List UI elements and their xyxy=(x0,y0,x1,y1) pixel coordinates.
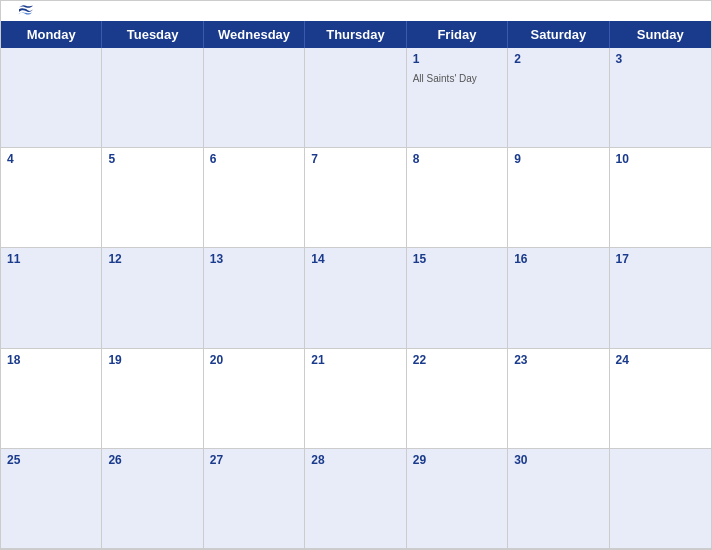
cell-date-number: 10 xyxy=(616,152,705,166)
day-header-saturday: Saturday xyxy=(508,21,609,48)
cell-date-number: 17 xyxy=(616,252,705,266)
calendar-header xyxy=(1,1,711,21)
days-header: Monday Tuesday Wednesday Thursday Friday… xyxy=(1,21,711,48)
cell-date-number: 8 xyxy=(413,152,501,166)
cell-date-number: 23 xyxy=(514,353,602,367)
calendar-cell: 8 xyxy=(407,148,508,248)
cell-date-number: 3 xyxy=(616,52,705,66)
day-header-wednesday: Wednesday xyxy=(204,21,305,48)
calendar-cell: 17 xyxy=(610,248,711,348)
cell-date-number: 30 xyxy=(514,453,602,467)
day-header-monday: Monday xyxy=(1,21,102,48)
calendar-cell: 18 xyxy=(1,349,102,449)
calendar-cell: 7 xyxy=(305,148,406,248)
day-header-sunday: Sunday xyxy=(610,21,711,48)
calendar-cell: 6 xyxy=(204,148,305,248)
cell-date-number: 11 xyxy=(7,252,95,266)
logo xyxy=(17,4,37,18)
calendar-cell: 3 xyxy=(610,48,711,148)
calendar-cell: 12 xyxy=(102,248,203,348)
calendar-cell: 26 xyxy=(102,449,203,549)
calendar-cell: 29 xyxy=(407,449,508,549)
calendar-cell: 15 xyxy=(407,248,508,348)
cell-date-number: 24 xyxy=(616,353,705,367)
calendar-cell: 16 xyxy=(508,248,609,348)
calendar-cell: 10 xyxy=(610,148,711,248)
calendar-cell: 19 xyxy=(102,349,203,449)
calendar-cell: 9 xyxy=(508,148,609,248)
day-header-thursday: Thursday xyxy=(305,21,406,48)
cell-date-number: 28 xyxy=(311,453,399,467)
calendar-cell: 5 xyxy=(102,148,203,248)
calendar-cell: 1All Saints' Day xyxy=(407,48,508,148)
calendar-cell: 27 xyxy=(204,449,305,549)
calendar-grid: 1All Saints' Day234567891011121314151617… xyxy=(1,48,711,549)
calendar-cell xyxy=(305,48,406,148)
logo-blue xyxy=(17,4,37,18)
calendar-cell xyxy=(1,48,102,148)
calendar-cell xyxy=(204,48,305,148)
cell-date-number: 2 xyxy=(514,52,602,66)
cell-date-number: 21 xyxy=(311,353,399,367)
cell-date-number: 29 xyxy=(413,453,501,467)
cell-date-number: 14 xyxy=(311,252,399,266)
calendar-cell: 14 xyxy=(305,248,406,348)
calendar-cell: 30 xyxy=(508,449,609,549)
cell-date-number: 26 xyxy=(108,453,196,467)
calendar-cell xyxy=(102,48,203,148)
cell-date-number: 9 xyxy=(514,152,602,166)
cell-date-number: 13 xyxy=(210,252,298,266)
calendar-cell: 13 xyxy=(204,248,305,348)
calendar-cell: 21 xyxy=(305,349,406,449)
cell-date-number: 19 xyxy=(108,353,196,367)
calendar-cell: 4 xyxy=(1,148,102,248)
cell-date-number: 22 xyxy=(413,353,501,367)
calendar-cell: 22 xyxy=(407,349,508,449)
cell-date-number: 20 xyxy=(210,353,298,367)
cell-date-number: 5 xyxy=(108,152,196,166)
logo-bird-icon xyxy=(17,4,35,18)
calendar-cell: 24 xyxy=(610,349,711,449)
day-header-friday: Friday xyxy=(407,21,508,48)
cell-date-number: 1 xyxy=(413,52,501,66)
calendar-cell: 2 xyxy=(508,48,609,148)
calendar: Monday Tuesday Wednesday Thursday Friday… xyxy=(0,0,712,550)
day-header-tuesday: Tuesday xyxy=(102,21,203,48)
cell-date-number: 25 xyxy=(7,453,95,467)
cell-date-number: 15 xyxy=(413,252,501,266)
calendar-cell xyxy=(610,449,711,549)
calendar-cell: 28 xyxy=(305,449,406,549)
cell-date-number: 4 xyxy=(7,152,95,166)
calendar-cell: 25 xyxy=(1,449,102,549)
cell-date-number: 27 xyxy=(210,453,298,467)
cell-date-number: 12 xyxy=(108,252,196,266)
cell-event: All Saints' Day xyxy=(413,73,477,84)
cell-date-number: 7 xyxy=(311,152,399,166)
cell-date-number: 18 xyxy=(7,353,95,367)
cell-date-number: 16 xyxy=(514,252,602,266)
calendar-cell: 23 xyxy=(508,349,609,449)
cell-date-number: 6 xyxy=(210,152,298,166)
calendar-cell: 20 xyxy=(204,349,305,449)
calendar-cell: 11 xyxy=(1,248,102,348)
